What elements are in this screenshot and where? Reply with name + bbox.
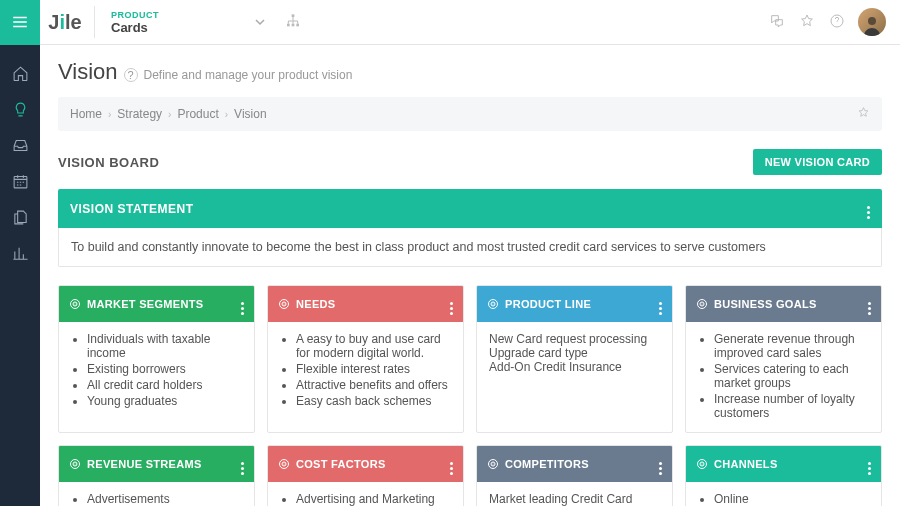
chevron-right-icon: › [108, 109, 111, 120]
product-label: PRODUCT [111, 10, 159, 20]
vision-card: COST FACTORSAdvertising and MarketingPro… [267, 445, 464, 506]
inbox-icon[interactable] [0, 127, 40, 163]
card-header: BUSINESS GOALS [686, 286, 881, 322]
card-header: NEEDS [268, 286, 463, 322]
svg-point-15 [493, 304, 494, 305]
favorite-icon[interactable] [857, 106, 870, 122]
list-item: Add-On Credit Insurance [489, 360, 660, 374]
more-icon[interactable] [241, 293, 244, 315]
vision-card: COMPETITORSMarket leading Credit Card pr… [476, 445, 673, 506]
card-title: BUSINESS GOALS [714, 298, 817, 310]
card-header: MARKET SEGMENTS [59, 286, 254, 322]
card-title: PRODUCT LINE [505, 298, 591, 310]
card-title: COST FACTORS [296, 458, 386, 470]
list-item: Services catering to each market groups [714, 362, 869, 390]
product-name: Cards [111, 20, 159, 35]
menu-button[interactable] [0, 0, 40, 45]
board-title: VISION BOARD [58, 155, 159, 170]
card-body: A easy to buy and use card for modern di… [268, 322, 463, 420]
list-item: Online [714, 492, 869, 506]
new-vision-card-button[interactable]: NEW VISION CARD [753, 149, 882, 175]
card-title: CHANNELS [714, 458, 778, 470]
card-grid: MARKET SEGMENTSIndividuals with taxable … [58, 285, 882, 506]
chevron-right-icon: › [168, 109, 171, 120]
more-icon[interactable] [450, 453, 453, 475]
svg-point-30 [702, 464, 703, 465]
card-header: PRODUCT LINE [477, 286, 672, 322]
breadcrumb-item: Vision [234, 107, 266, 121]
list-item: Attractive benefits and offers [296, 378, 451, 392]
idea-icon[interactable] [0, 91, 40, 127]
svg-point-24 [284, 464, 285, 465]
card-title: MARKET SEGMENTS [87, 298, 203, 310]
more-icon[interactable] [867, 198, 870, 219]
page-title: Vision ? Define and manage your product … [58, 59, 882, 85]
vision-statement-text: To build and constantly innovate to beco… [58, 228, 882, 267]
card-body: Individuals with taxable incomeExisting … [59, 322, 254, 420]
chart-icon[interactable] [0, 235, 40, 271]
list-item: A easy to buy and use card for modern di… [296, 332, 451, 360]
card-title: COMPETITORS [505, 458, 589, 470]
svg-rect-3 [296, 23, 299, 26]
more-icon[interactable] [659, 293, 662, 315]
list-item: Generate revenue through improved card s… [714, 332, 869, 360]
chat-icon[interactable] [762, 13, 792, 32]
more-icon[interactable] [868, 453, 871, 475]
card-body: Generate revenue through improved card s… [686, 322, 881, 432]
card-body: Advertising and MarketingProduction Cost… [268, 482, 463, 506]
list-item: Individuals with taxable income [87, 332, 242, 360]
list-item: Market leading Credit Card products [489, 492, 660, 506]
list-item: New Card request processing [489, 332, 660, 346]
vision-card: BUSINESS GOALSGenerate revenue through i… [685, 285, 882, 433]
card-body: AdvertisementsPremium Membership fees [59, 482, 254, 506]
more-icon[interactable] [241, 453, 244, 475]
svg-rect-0 [292, 14, 295, 17]
svg-rect-2 [292, 23, 295, 26]
svg-point-5 [868, 17, 876, 25]
card-header: COST FACTORS [268, 446, 463, 482]
card-title: NEEDS [296, 298, 335, 310]
chevron-right-icon: › [225, 109, 228, 120]
chevron-down-icon[interactable] [255, 15, 265, 30]
vision-card: CHANNELSOnlineMobile applicationCustomer… [685, 445, 882, 506]
more-icon[interactable] [450, 293, 453, 315]
avatar[interactable] [858, 8, 886, 36]
vision-card: NEEDSA easy to buy and use card for mode… [267, 285, 464, 433]
list-item: Flexible interest rates [296, 362, 451, 376]
card-body: OnlineMobile applicationCustomer Banks [686, 482, 881, 506]
sitemap-icon[interactable] [285, 13, 301, 32]
list-item: Advertisements [87, 492, 242, 506]
svg-point-27 [493, 464, 494, 465]
vision-statement-card: VISION STATEMENT To build and constantly… [58, 189, 882, 267]
page-subtitle: Define and manage your product vision [144, 68, 353, 82]
help-badge-icon[interactable]: ? [124, 68, 138, 82]
breadcrumb: Home›Strategy›Product›Vision [58, 97, 882, 131]
svg-point-12 [284, 304, 285, 305]
list-item: Advertising and Marketing [296, 492, 451, 506]
breadcrumb-item[interactable]: Product [177, 107, 218, 121]
main: Vision ? Define and manage your product … [40, 45, 900, 506]
more-icon[interactable] [868, 293, 871, 315]
card-body: Market leading Credit Card products [477, 482, 672, 506]
list-item: Upgrade card type [489, 346, 660, 360]
breadcrumb-item[interactable]: Strategy [117, 107, 162, 121]
calendar-icon[interactable] [0, 163, 40, 199]
star-icon[interactable] [792, 13, 822, 32]
card-title: REVENUE STREAMS [87, 458, 202, 470]
svg-rect-1 [287, 23, 290, 26]
list-item: Existing borrowers [87, 362, 242, 376]
card-header: CHANNELS [686, 446, 881, 482]
logo[interactable]: Jile [40, 11, 90, 34]
files-icon[interactable] [0, 199, 40, 235]
breadcrumb-item[interactable]: Home [70, 107, 102, 121]
more-icon[interactable] [659, 453, 662, 475]
list-item: Increase number of loyalty customers [714, 392, 869, 420]
help-icon[interactable] [822, 13, 852, 32]
card-header: REVENUE STREAMS [59, 446, 254, 482]
home-icon[interactable] [0, 55, 40, 91]
list-item: Easy cash back schemes [296, 394, 451, 408]
list-item: Young graduates [87, 394, 242, 408]
svg-point-18 [702, 304, 703, 305]
vision-card: MARKET SEGMENTSIndividuals with taxable … [58, 285, 255, 433]
product-selector[interactable]: PRODUCT Cards [94, 6, 175, 38]
